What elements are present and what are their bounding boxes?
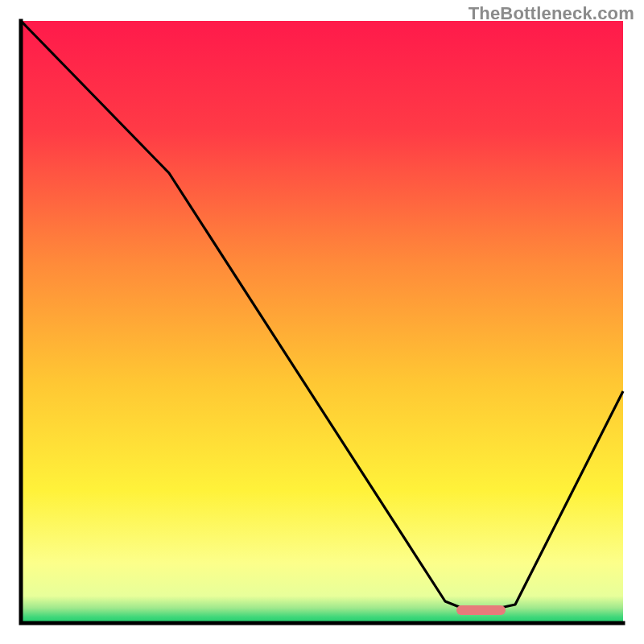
plot-background (21, 21, 623, 623)
bottleneck-curve-chart (0, 0, 644, 644)
watermark-text: TheBottleneck.com (469, 3, 634, 24)
chart-frame: TheBottleneck.com (0, 0, 644, 644)
